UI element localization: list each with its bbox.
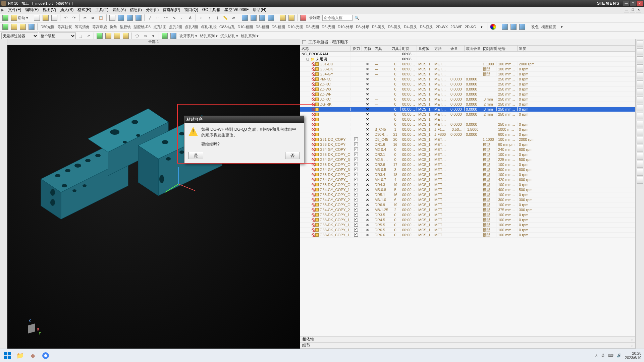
geom2-icon[interactable]: ▭ bbox=[142, 32, 149, 40]
tb2-tool[interactable]: D8-粗圆 bbox=[254, 25, 270, 29]
section-details[interactable]: 细节⌄ bbox=[300, 343, 635, 349]
side-btn-5[interactable] bbox=[637, 72, 643, 79]
operation-row[interactable]: ✕000:00:00MCS_1METHOD0.00000.0000250 mmp… bbox=[300, 122, 635, 127]
operation-row[interactable]: G83-DK_COPY_CO...✕DR3.41800:00:00MCS_1ME… bbox=[300, 172, 635, 177]
side-btn-10[interactable] bbox=[637, 113, 643, 119]
operation-row[interactable]: G81-DD_COPY✕D8_C452000:00:00MCS_1METHOD1… bbox=[300, 137, 635, 142]
operation-row[interactable]: G83-DK_COPY_CO...✕DR5.11600:00:00MCS_1ME… bbox=[300, 192, 635, 197]
job-icon[interactable] bbox=[1, 14, 9, 21]
tb2-tool[interactable]: D10-外形 bbox=[336, 25, 355, 29]
operation-row[interactable]: ✕B_C45100:00:00MCS_1J-F1000-0.5000-1.500… bbox=[300, 127, 635, 132]
tb2-tool[interactable]: 改色 bbox=[530, 25, 540, 29]
tb2-tool[interactable]: D8-光圆 bbox=[305, 25, 321, 29]
col-floor[interactable]: 底面余量 bbox=[465, 46, 481, 51]
operation-row[interactable]: ✕000:00:00MCS_1METHOD bbox=[300, 117, 635, 122]
side-btn-15[interactable] bbox=[637, 153, 643, 160]
col-tool2[interactable]: 刀具... bbox=[390, 46, 401, 51]
tb2-tool[interactable]: D6-粗圆 bbox=[270, 25, 286, 29]
side-btn-17[interactable] bbox=[637, 169, 643, 176]
col-toolchange[interactable]: 换刀 bbox=[351, 46, 362, 51]
tb2-tool[interactable]: 型腔铣 bbox=[118, 25, 132, 29]
dim-h-icon[interactable]: ↔ bbox=[198, 14, 205, 21]
col-method[interactable]: 方法 bbox=[433, 46, 449, 51]
arc-tool-icon[interactable]: ◠ bbox=[154, 14, 162, 21]
no-button[interactable]: 否 bbox=[285, 152, 300, 159]
menu-item[interactable]: 工具(T) bbox=[93, 7, 110, 13]
assembly-select[interactable]: 整个装配 bbox=[39, 33, 76, 39]
dropdown-more2-icon[interactable]: ▾ bbox=[558, 23, 566, 31]
filter-select[interactable]: 无选择过滤器 bbox=[1, 33, 38, 39]
col-path[interactable]: 刀轨 bbox=[362, 46, 373, 51]
menu-item[interactable]: 装配(A) bbox=[110, 7, 128, 13]
tray-expand-icon[interactable]: ∧ bbox=[595, 353, 598, 358]
operation-row[interactable]: G84-GY_COPY_1✕M5-0.8500:00:00MCS_1METHOD… bbox=[300, 187, 635, 192]
menu-item[interactable]: 编辑(E) bbox=[23, 7, 41, 13]
menu-expand-icon[interactable]: ▶ bbox=[1, 8, 4, 12]
new-icon[interactable] bbox=[33, 14, 41, 21]
box-tool-icon[interactable] bbox=[117, 14, 125, 21]
menu-item[interactable]: 帮助(H) bbox=[251, 7, 268, 13]
tb2-tool[interactable]: D8-外形 bbox=[355, 25, 371, 29]
save-icon[interactable] bbox=[50, 14, 58, 21]
menu-item[interactable]: 插入(S) bbox=[58, 7, 75, 13]
operation-row[interactable]: G83-DK✕---000:00:00MCS_1METHOD模型100 mmpm… bbox=[300, 67, 635, 72]
cube-green-icon[interactable] bbox=[161, 32, 169, 40]
mdi-restore-button[interactable]: ❐ bbox=[630, 8, 635, 12]
col-depth[interactable]: 切削深度 bbox=[481, 46, 497, 51]
paste-icon[interactable]: 📋 bbox=[97, 14, 105, 21]
ime-indicator[interactable]: 英 bbox=[601, 353, 605, 358]
side-btn-8[interactable] bbox=[637, 97, 643, 103]
operation-row[interactable]: G83-DK_COPY_CO...✕DR2.1000:00:00MCS_1MET… bbox=[300, 152, 635, 157]
col-tool[interactable]: 刀具 bbox=[373, 46, 390, 51]
pick-icon[interactable]: ⬚ bbox=[76, 32, 84, 40]
operation-row[interactable]: DG-RK✕---000:00:00MCS_1METHOD0.00000.000… bbox=[300, 102, 635, 107]
operation-row[interactable]: 2D-WF✕000:00:00MCS_1METHOD0.00000.000025… bbox=[300, 92, 635, 97]
operation-row[interactable]: ✕000:00:00MCS_1METHOD0.00000.0000.2 mm25… bbox=[300, 112, 635, 117]
tb2-tool[interactable]: 点孔1圆 bbox=[152, 25, 168, 29]
operation-row[interactable]: G84-GY_COPY_3_C...✕M2.5-0.45000:00:00MCS… bbox=[300, 157, 635, 162]
side-btn-14[interactable] bbox=[637, 145, 643, 152]
record-macro-icon[interactable] bbox=[299, 14, 307, 21]
operation-row[interactable]: G83-DK_COPY_CO...✕DR4.31900:00:00MCS_1ME… bbox=[300, 182, 635, 187]
operation-row[interactable]: G81-DD✕---000:00:00MCS_1METHOD1.1000100 … bbox=[300, 62, 635, 67]
menu-item[interactable]: 窗口(Q) bbox=[182, 7, 200, 13]
col-feed[interactable]: 进给 bbox=[497, 46, 518, 51]
col-speed[interactable]: 速度 bbox=[518, 46, 537, 51]
orange-tool-icon[interactable] bbox=[279, 14, 287, 21]
tb3-dropdown[interactable]: 铣孔系列 ▾ bbox=[239, 34, 260, 38]
tb2-tool[interactable]: 2D-WF bbox=[449, 25, 464, 29]
side-btn-2[interactable] bbox=[637, 48, 643, 55]
menu-item[interactable]: 视图(V) bbox=[41, 7, 58, 13]
operation-row[interactable]: G83-DK_COPY✕DR1.61600:00:00MCS_1METHOD模型… bbox=[300, 142, 635, 147]
side-btn-7[interactable] bbox=[637, 88, 643, 95]
tb3-dropdown[interactable]: 沉头钻孔 ▾ bbox=[219, 34, 239, 38]
orange-tool2-icon[interactable] bbox=[287, 14, 296, 21]
3d-viewport[interactable]: ZXY bbox=[7, 45, 300, 349]
menu-item[interactable]: 首选项(P) bbox=[161, 7, 182, 13]
tb2-tool[interactable]: 点孔-孔径 bbox=[199, 25, 218, 29]
tb2-b-icon[interactable] bbox=[10, 23, 18, 31]
arrow-select-icon[interactable]: ↗ bbox=[85, 32, 92, 40]
menu-item[interactable]: 分析(L) bbox=[144, 7, 161, 13]
operation-row[interactable]: G83-DK_COPY_1_C...✕DR6.5000:00:00MCS_1ME… bbox=[300, 228, 635, 233]
cube-preset2-icon[interactable] bbox=[250, 14, 258, 21]
search-icon[interactable]: 🔍 bbox=[353, 14, 361, 21]
col-name[interactable]: 名称 bbox=[300, 46, 351, 51]
side-btn-4[interactable] bbox=[637, 64, 643, 71]
tb2-tool[interactable]: D10-光圆 bbox=[286, 25, 305, 29]
operation-row[interactable]: G84-GY_COPY_3✕M3-0.5300:00:00MCS_1METHOD… bbox=[300, 167, 635, 172]
tree-root-row[interactable]: ⊟ 📁 未用项00:08:12 bbox=[300, 57, 635, 62]
tb2-tool[interactable]: 等高螺旋 bbox=[91, 25, 108, 29]
ruler-icon[interactable]: 📏 bbox=[222, 14, 229, 21]
tb2-tool[interactable]: 2D-KC bbox=[464, 25, 477, 29]
close-button[interactable]: ✕ bbox=[637, 1, 643, 6]
operation-row[interactable]: ✕000:00:00MCS_1METHOD0.00000.0000.3 mm25… bbox=[300, 107, 635, 112]
viewport-tab[interactable]: 全部 1 bbox=[148, 39, 159, 44]
grid-body[interactable]: NC_PROGRAM00:08:12⊟ 📁 未用项00:08:12 G81-DD… bbox=[300, 52, 635, 241]
file-explorer-icon[interactable]: 📁 bbox=[15, 351, 25, 360]
tb3-dropdown[interactable]: 攻牙系列 ▾ bbox=[178, 34, 199, 38]
menu-item[interactable]: GC工具箱 bbox=[200, 7, 222, 13]
dim-v-icon[interactable]: ↕ bbox=[206, 14, 213, 21]
mdi-minimize-button[interactable]: — bbox=[624, 8, 629, 12]
side-btn-1[interactable] bbox=[637, 40, 643, 47]
